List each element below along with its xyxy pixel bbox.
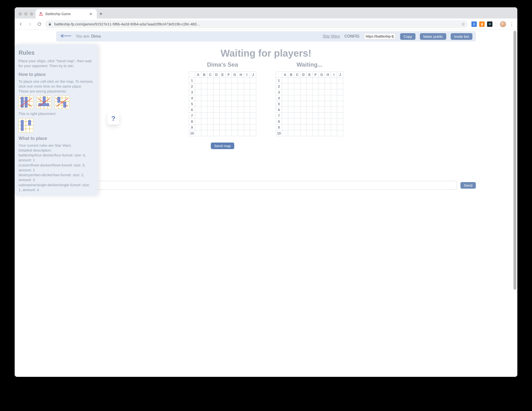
grid-cell[interactable] — [220, 107, 226, 113]
grid-cell[interactable] — [313, 95, 319, 101]
grid-cell[interactable] — [207, 130, 213, 136]
grid-cell[interactable] — [207, 101, 213, 107]
help-button[interactable]: ? — [107, 113, 119, 124]
grid-cell[interactable] — [244, 101, 250, 107]
grid-cell[interactable] — [300, 95, 307, 101]
grid-cell[interactable] — [300, 124, 307, 130]
grid-cell[interactable] — [294, 78, 300, 83]
grid-cell[interactable] — [207, 124, 213, 130]
copy-button[interactable]: Copy — [400, 33, 415, 40]
grid-cell[interactable] — [300, 119, 307, 124]
grid-cell[interactable] — [319, 78, 325, 83]
nav-back-button[interactable] — [17, 21, 24, 28]
grid-cell[interactable] — [337, 107, 343, 113]
grid-cell[interactable] — [337, 130, 343, 136]
opponent-grid[interactable]: ABCDEFGHIJ12345678910 — [276, 72, 343, 136]
grid-cell[interactable] — [201, 119, 207, 124]
grid-cell[interactable] — [244, 89, 250, 95]
grid-cell[interactable] — [220, 113, 226, 119]
grid-cell[interactable] — [313, 101, 319, 107]
grid-cell[interactable] — [207, 95, 213, 101]
star-icon[interactable]: ☆ — [461, 21, 465, 27]
ruleset-link[interactable]: Star Wars — [323, 34, 340, 39]
grid-cell[interactable] — [244, 124, 250, 130]
grid-cell[interactable] — [307, 83, 313, 89]
grid-cell[interactable] — [195, 89, 201, 95]
grid-cell[interactable] — [331, 78, 337, 83]
grid-cell[interactable] — [195, 130, 201, 136]
grid-cell[interactable] — [220, 78, 226, 83]
grid-cell[interactable] — [244, 113, 250, 119]
grid-cell[interactable] — [207, 78, 213, 83]
grid-cell[interactable] — [201, 113, 207, 119]
grid-cell[interactable] — [288, 113, 294, 119]
grid-cell[interactable] — [232, 113, 238, 119]
chat-send-button[interactable]: Send — [460, 182, 476, 189]
grid-cell[interactable] — [207, 89, 213, 95]
grid-cell[interactable] — [195, 113, 201, 119]
grid-cell[interactable] — [313, 83, 319, 89]
grid-cell[interactable] — [300, 101, 307, 107]
grid-cell[interactable] — [282, 124, 288, 130]
grid-cell[interactable] — [288, 83, 294, 89]
grid-cell[interactable] — [232, 89, 238, 95]
make-public-button[interactable]: Make public — [420, 33, 446, 40]
grid-cell[interactable] — [300, 89, 307, 95]
grid-cell[interactable] — [294, 89, 300, 95]
own-grid[interactable]: ABCDEFGHIJ12345678910 — [189, 72, 256, 136]
grid-cell[interactable] — [313, 119, 319, 124]
grid-cell[interactable] — [220, 89, 226, 95]
grid-cell[interactable] — [250, 130, 256, 136]
extension-react-icon[interactable]: ⚛ — [487, 21, 492, 27]
browser-tab[interactable]: Battleship Game ✕ — [36, 9, 97, 19]
grid-cell[interactable] — [201, 130, 207, 136]
grid-cell[interactable] — [244, 95, 250, 101]
grid-cell[interactable] — [325, 101, 331, 107]
send-map-button[interactable]: Send map — [211, 143, 234, 149]
grid-cell[interactable] — [294, 113, 300, 119]
chat-input[interactable] — [56, 181, 457, 190]
grid-cell[interactable] — [213, 124, 220, 130]
grid-cell[interactable] — [226, 95, 232, 101]
grid-cell[interactable] — [319, 130, 325, 136]
grid-cell[interactable] — [325, 95, 331, 101]
grid-cell[interactable] — [307, 107, 313, 113]
grid-cell[interactable] — [319, 119, 325, 124]
grid-cell[interactable] — [232, 107, 238, 113]
grid-cell[interactable] — [250, 78, 256, 83]
grid-cell[interactable] — [238, 124, 244, 130]
grid-cell[interactable] — [294, 130, 300, 136]
grid-cell[interactable] — [288, 119, 294, 124]
grid-cell[interactable] — [232, 78, 238, 83]
grid-cell[interactable] — [337, 89, 343, 95]
grid-cell[interactable] — [331, 113, 337, 119]
grid-cell[interactable] — [282, 95, 288, 101]
grid-cell[interactable] — [244, 107, 250, 113]
grid-cell[interactable] — [325, 78, 331, 83]
grid-cell[interactable] — [331, 89, 337, 95]
grid-cell[interactable] — [294, 101, 300, 107]
grid-cell[interactable] — [207, 107, 213, 113]
grid-cell[interactable] — [201, 95, 207, 101]
grid-cell[interactable] — [226, 83, 232, 89]
grid-cell[interactable] — [226, 119, 232, 124]
tab-close-icon[interactable]: ✕ — [88, 11, 93, 17]
grid-cell[interactable] — [195, 78, 201, 83]
grid-cell[interactable] — [313, 124, 319, 130]
back-arrow-icon[interactable] — [60, 33, 71, 40]
grid-cell[interactable] — [238, 107, 244, 113]
profile-avatar[interactable] — [500, 21, 506, 27]
grid-cell[interactable] — [244, 119, 250, 124]
grid-cell[interactable] — [319, 89, 325, 95]
grid-cell[interactable] — [325, 107, 331, 113]
grid-cell[interactable] — [250, 124, 256, 130]
grid-cell[interactable] — [250, 113, 256, 119]
grid-cell[interactable] — [226, 78, 232, 83]
grid-cell[interactable] — [238, 119, 244, 124]
grid-cell[interactable] — [282, 113, 288, 119]
grid-cell[interactable] — [238, 78, 244, 83]
grid-cell[interactable] — [294, 83, 300, 89]
grid-cell[interactable] — [331, 124, 337, 130]
grid-cell[interactable] — [307, 78, 313, 83]
grid-cell[interactable] — [307, 95, 313, 101]
